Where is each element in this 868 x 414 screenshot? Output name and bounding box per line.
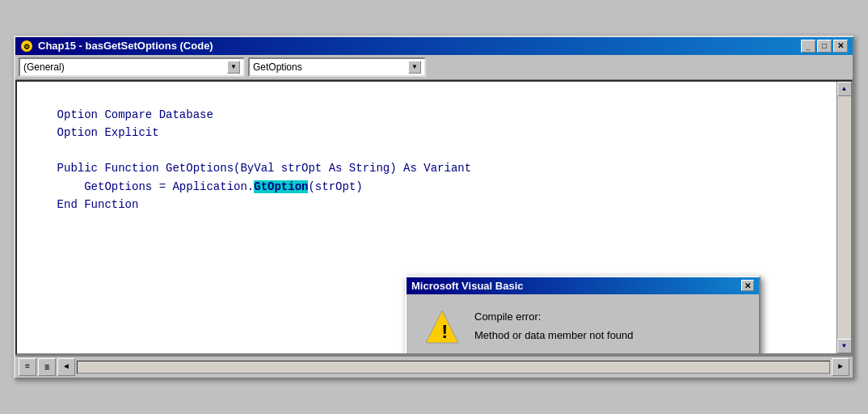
down-arrow-icon: ▼: [842, 342, 846, 349]
code-line-4: Public Function GetOptions(ByVal strOpt …: [30, 159, 838, 177]
error-message: Method or data member not found: [474, 326, 634, 344]
method-combo-arrow[interactable]: ▼: [408, 61, 421, 74]
svg-text:⚙: ⚙: [23, 43, 30, 51]
arrow-down-icon: ▼: [230, 63, 237, 70]
general-combo-arrow[interactable]: ▼: [227, 61, 240, 74]
vertical-scrollbar[interactable]: ▲ ▼: [836, 82, 851, 353]
svg-text:!: !: [439, 322, 450, 344]
code-line-1: Option Compare Database: [30, 106, 838, 124]
error-dialog: Microsoft Visual Basic ✕ ! Compile error…: [405, 276, 761, 355]
dialog-title-text: Microsoft Visual Basic: [411, 280, 523, 292]
code-line-6: End Function: [30, 196, 838, 213]
code-line-5: GetOptions = Application.GtOption(strOpt…: [30, 178, 838, 196]
dialog-close-button[interactable]: ✕: [741, 280, 754, 291]
title-bar: ⚙ Chap15 - basGetSetOptions (Code) _ □ ✕: [15, 37, 853, 55]
general-combo-value: (General): [23, 61, 65, 73]
highlighted-word: GtOption: [254, 180, 308, 193]
main-window: ⚙ Chap15 - basGetSetOptions (Code) _ □ ✕…: [14, 36, 854, 379]
minimize-button[interactable]: _: [801, 40, 815, 53]
toolbar: (General) ▼ GetOptions ▼: [15, 55, 853, 80]
scroll-left-button[interactable]: ◄: [57, 358, 75, 376]
code-editor[interactable]: Option Compare Database Option Explicit …: [15, 80, 853, 355]
view-module-button[interactable]: ≣: [38, 358, 56, 376]
dialog-title-bar: Microsoft Visual Basic ✕: [407, 277, 759, 294]
code-line-2: Option Explicit: [30, 124, 838, 142]
app-icon: ⚙: [20, 40, 33, 53]
code-line-7: [30, 213, 838, 231]
horizontal-scroll-track[interactable]: [77, 361, 830, 374]
dialog-message: Compile error: Method or data member not…: [474, 307, 634, 345]
code-line-8: [30, 231, 838, 249]
title-bar-left: ⚙ Chap15 - basGetSetOptions (Code): [20, 40, 213, 53]
general-combo[interactable]: (General) ▼: [19, 57, 245, 77]
up-arrow-icon: ▲: [842, 85, 846, 92]
arrow-down-icon-2: ▼: [411, 63, 418, 70]
maximize-button[interactable]: □: [817, 40, 832, 53]
close-button[interactable]: ✕: [833, 40, 848, 53]
view-normal-button[interactable]: ≡: [19, 358, 36, 376]
method-combo-value: GetOptions: [253, 61, 302, 73]
window-title: Chap15 - basGetSetOptions (Code): [38, 40, 213, 52]
scroll-right-button[interactable]: ►: [832, 358, 849, 376]
code-line-3: [30, 142, 838, 159]
dialog-overlay: Microsoft Visual Basic ✕ ! Compile error…: [405, 276, 761, 355]
scroll-up-button[interactable]: ▲: [837, 82, 852, 96]
right-arrow-icon: ►: [838, 362, 843, 371]
left-arrow-icon: ◄: [64, 362, 69, 371]
error-title: Compile error:: [474, 307, 634, 326]
title-bar-buttons: _ □ ✕: [801, 40, 848, 53]
method-combo[interactable]: GetOptions ▼: [248, 57, 426, 77]
code-suffix: (strOpt): [308, 180, 362, 193]
code-editor-wrapper: Option Compare Database Option Explicit …: [15, 80, 853, 378]
bottom-bar: ≡ ≣ ◄ ►: [15, 355, 853, 378]
code-prefix: GetOptions = Application.: [30, 180, 254, 193]
warning-icon: !: [423, 307, 461, 346]
dialog-body: ! Compile error: Method or data member n…: [407, 294, 759, 355]
scroll-track-vertical[interactable]: [837, 96, 851, 339]
scroll-down-button[interactable]: ▼: [837, 339, 852, 353]
code-line-0: [30, 88, 838, 106]
